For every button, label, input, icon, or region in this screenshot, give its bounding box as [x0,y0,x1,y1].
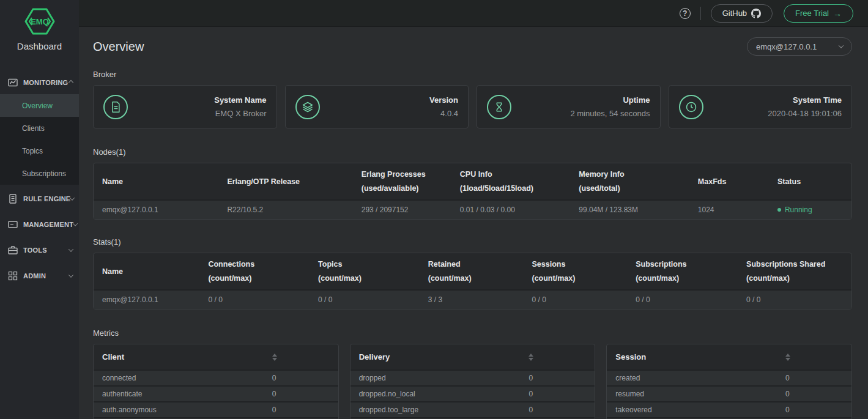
retained-cell: 3 / 3 [420,290,524,309]
github-button-label: GitHub [722,9,747,18]
metric-table-header: Session [607,344,851,369]
app-title: Dashboard [0,41,79,51]
app: EMQ Dashboard MONITORING Overview Client… [0,0,868,419]
sidebar-item-label: ADMIN [23,272,69,280]
chevron-down-icon [839,43,844,48]
clock-icon [679,95,703,119]
free-trial-button[interactable]: Free Trial → [784,4,853,23]
metric-row: authenticate0 [94,385,338,401]
card-label: Uptime [511,95,650,105]
admin-icon [8,271,18,281]
stats-table: Name Connections(count/max) Topics(count… [93,253,852,310]
chevron-down-icon [69,272,73,277]
card-value: EMQ X Broker [128,109,267,118]
sort-icon[interactable] [272,354,277,361]
sidebar-item-label: MANAGEMENT [23,221,73,228]
tools-icon [8,245,18,255]
column-header: MaxFds [689,163,769,200]
status-badge: Running [769,200,851,219]
metric-row: created0 [607,369,851,385]
content: Overview emqx@127.0.0.1 Broker System Na… [79,27,868,419]
metric-row: connected0 [94,369,338,385]
help-icon[interactable]: ? [680,8,691,19]
sidebar-menu: MONITORING Overview Clients Topics Subsc… [0,71,79,287]
node-selector-dropdown[interactable]: emqx@127.0.0.1 [747,37,852,56]
card-label: Version [320,95,459,105]
sidebar-item-rule-engine[interactable]: RULE ENGINE [0,187,79,210]
erlang-processes-cell: 293 / 2097152 [353,200,451,219]
column-header: CPU Info(1load/5load/15load) [451,163,571,200]
nodes-section-title: Nodes(1) [93,147,852,157]
broker-section-title: Broker [93,70,852,79]
column-header: Retained(count/max) [420,253,524,290]
sidebar-item-label: RULE ENGINE [23,195,70,202]
session-metrics-table: Session created0 resumed0 takeovered0 di… [606,344,852,419]
table-row: emqx@127.0.0.1 R22/10.5.2 293 / 2097152 … [94,200,851,219]
metric-row: dropped.no_local0 [351,385,595,401]
arrow-right-icon: → [833,9,842,18]
column-header: Subscriptions Shared(count/max) [738,253,851,290]
card-label: System Time [703,95,842,105]
card-value: 2020-04-18 19:01:06 [703,109,842,118]
sidebar-item-overview[interactable]: Overview [0,94,79,117]
column-header: Subscriptions(count/max) [627,253,738,290]
subscriptions-cell: 0 / 0 [627,290,738,309]
emq-logo-icon: EMQ [24,7,56,35]
column-header: Connections(count/max) [199,253,310,290]
sidebar-item-label: TOOLS [23,247,69,254]
topbar-divider [700,7,701,20]
column-header: Erlang/OTP Release [218,163,352,200]
logo: EMQ Dashboard [0,0,79,60]
sidebar-item-clients[interactable]: Clients [0,117,79,139]
memory-info-cell: 99.04M / 123.83M [570,200,689,219]
chevron-down-icon [70,195,75,200]
chevron-down-icon [73,221,78,226]
column-header: Status [769,163,851,200]
cpu-info-cell: 0.01 / 0.03 / 0.00 [451,200,571,219]
column-header: Name [94,163,218,200]
erlang-otp-cell: R22/10.5.2 [218,200,352,219]
chevron-down-icon [69,247,73,251]
topbar: ? GitHub Free Trial → [79,0,868,27]
card-value: 4.0.4 [320,109,459,118]
hourglass-icon [487,95,511,119]
maxfds-cell: 1024 [689,200,769,219]
stats-section-title: Stats(1) [93,237,852,247]
sidebar-item-label: MONITORING [23,79,69,86]
column-header: Topics(count/max) [310,253,420,290]
metrics-tables: Client connected0 authenticate0 auth.ano… [93,344,852,419]
metric-row: dropped0 [351,369,595,385]
sort-icon[interactable] [529,354,533,361]
node-name-cell: emqx@127.0.0.1 [94,200,218,219]
sidebar-item-subscriptions[interactable]: Subscriptions [0,162,79,185]
system-time-card: System Time 2020-04-18 19:01:06 [669,85,853,128]
sidebar-item-monitoring[interactable]: MONITORING [0,71,79,94]
management-icon [8,220,18,229]
column-header: Memory Info(used/total) [570,163,689,200]
main-area: ? GitHub Free Trial → Overview emqx@127.… [79,0,868,419]
table-row: emqx@127.0.0.1 0 / 0 0 / 0 3 / 3 0 / 0 0… [94,290,851,309]
node-selector-value: emqx@127.0.0.1 [756,42,817,51]
sort-icon[interactable] [785,354,790,361]
monitoring-icon [8,78,18,87]
topics-cell: 0 / 0 [310,290,420,309]
free-trial-label: Free Trial [795,9,829,18]
uptime-card: Uptime 2 minutes, 54 seconds [477,85,661,128]
node-name-cell: emqx@127.0.0.1 [94,290,199,309]
metric-table-header: Client [94,344,338,369]
sidebar-item-tools[interactable]: TOOLS [0,239,79,262]
sidebar-item-topics[interactable]: Topics [0,139,79,162]
chevron-up-icon [69,80,73,85]
sidebar-item-management[interactable]: MANAGEMENT [0,213,79,236]
version-card: Version 4.0.4 [285,85,469,128]
layers-icon [295,95,320,119]
card-label: System Name [128,95,267,105]
github-icon [751,9,761,18]
github-button[interactable]: GitHub [711,4,773,23]
delivery-metrics-table: Delivery dropped0 dropped.no_local0 drop… [350,344,596,419]
connections-cell: 0 / 0 [199,290,310,309]
sidebar: EMQ Dashboard MONITORING Overview Client… [0,0,79,419]
sidebar-item-admin[interactable]: ADMIN [0,264,79,287]
metrics-section-title: Metrics [93,328,852,338]
rule-engine-icon [8,194,18,204]
